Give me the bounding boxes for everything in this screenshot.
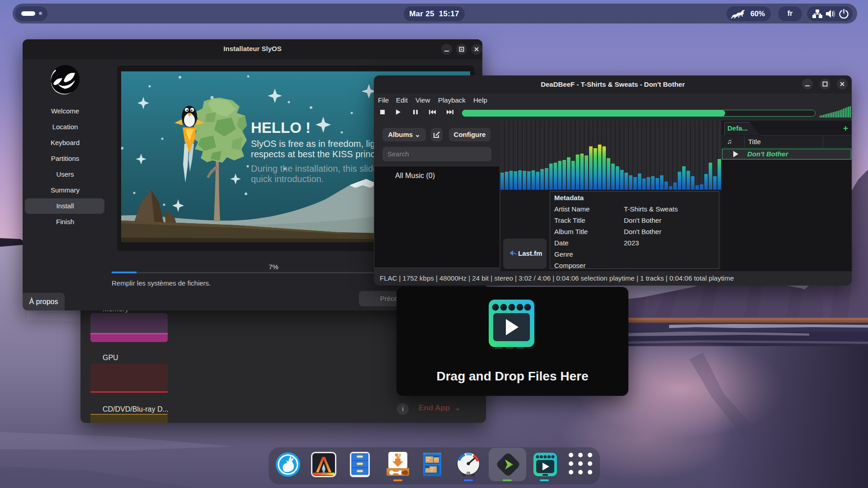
svg-text:quick introduction.: quick introduction.	[251, 174, 324, 184]
svg-text:HELLO !: HELLO !	[251, 119, 311, 136]
svg-text:respects at best the KISS prin: respects at best the KISS principle.	[251, 149, 392, 159]
